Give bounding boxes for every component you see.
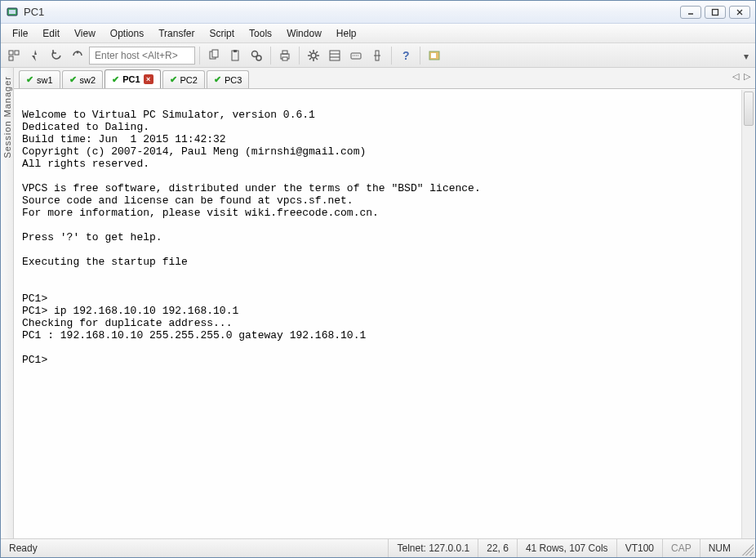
vertical-scrollbar[interactable] [741,90,755,538]
status-ready: Ready [1,539,46,557]
maximize-button[interactable] [705,6,726,19]
window-controls [680,6,750,19]
separator [270,47,271,65]
titlebar: PC1 [1,1,755,24]
toolbar-overflow-icon[interactable]: ▾ [744,51,752,59]
status-caps: CAP [662,539,700,557]
connected-icon: ✔ [214,74,221,85]
svg-line-24 [309,51,311,53]
menu-edit[interactable]: Edit [36,25,66,42]
svg-line-27 [309,58,311,60]
tab-label: sw1 [37,75,53,85]
svg-rect-7 [15,51,19,55]
resize-grip-icon[interactable] [739,541,754,556]
body-row: Session Manager ✔sw1 ✔sw2 ✔PC1× ✔PC2 ✔PC… [1,68,755,539]
tab-next-icon[interactable]: ▷ [744,71,750,82]
statusbar: Ready Telnet: 127.0.0.1 22, 6 41 Rows, 1… [1,539,755,557]
separator [391,47,392,65]
svg-rect-37 [431,53,436,58]
script-icon[interactable] [425,46,444,65]
terminal-wrap: Welcome to Virtual PC Simulator, version… [14,89,755,538]
status-cursor: 22, 6 [478,539,517,557]
minimize-button[interactable] [680,6,701,19]
session-manager-panel-tab[interactable]: Session Manager [1,68,14,538]
tab-label: PC2 [180,75,198,85]
menu-file[interactable]: File [6,25,34,42]
svg-rect-18 [282,57,287,60]
svg-rect-17 [282,51,287,54]
connected-icon: ✔ [69,74,77,85]
connected-icon: ✔ [26,74,33,85]
status-connection: Telnet: 127.0.0.1 [388,539,478,557]
status-size: 41 Rows, 107 Cols [517,539,616,557]
quick-connect-icon[interactable] [25,46,45,65]
main-area: ✔sw1 ✔sw2 ✔PC1× ✔PC2 ✔PC3 ◁ ▷ Welcome to… [14,68,755,538]
connected-icon: ✔ [170,74,177,85]
svg-rect-13 [233,50,237,52]
tab-sw1[interactable]: ✔sw1 [19,70,60,88]
svg-rect-8 [9,56,13,60]
svg-point-19 [311,53,316,58]
disconnect-icon[interactable] [68,46,87,65]
session-manager-label: Session Manager [2,73,12,162]
session-manager-icon[interactable] [4,46,24,65]
terminal[interactable]: Welcome to Virtual PC Simulator, version… [14,90,741,538]
print-icon[interactable] [275,46,295,65]
host-input[interactable] [89,47,195,65]
tab-label: PC1 [122,74,140,84]
menu-options[interactable]: Options [104,25,150,42]
help-icon[interactable]: ? [396,46,416,65]
svg-point-15 [256,56,261,60]
menubar: File Edit View Options Transfer Script T… [1,24,755,43]
tab-label: sw2 [80,75,96,85]
app-window: PC1 File Edit View Options Transfer Scri… [0,0,756,558]
app-icon [6,6,19,19]
tab-prev-icon[interactable]: ◁ [732,71,739,82]
paste-icon[interactable] [225,46,245,65]
separator [299,47,300,65]
reconnect-icon[interactable] [47,46,66,65]
tabs-row: ✔sw1 ✔sw2 ✔PC1× ✔PC2 ✔PC3 ◁ ▷ [14,68,755,89]
find-icon[interactable] [247,46,266,65]
menu-script[interactable]: Script [202,25,241,42]
svg-point-9 [77,51,79,53]
tab-sw2[interactable]: ✔sw2 [62,70,104,88]
tab-pc2[interactable]: ✔PC2 [162,70,205,88]
svg-rect-11 [212,50,218,57]
toolbar: ? ▾ [1,43,755,68]
tab-pc3[interactable]: ✔PC3 [207,70,249,88]
close-tab-icon[interactable]: × [144,74,153,84]
menu-help[interactable]: Help [330,25,363,42]
tab-label: PC3 [225,75,242,85]
svg-text:?: ? [402,49,410,62]
svg-rect-1 [9,10,16,14]
menu-window[interactable]: Window [280,25,328,42]
separator [420,47,420,65]
copy-icon[interactable] [204,46,224,65]
toggle-icon[interactable] [367,46,387,65]
svg-rect-6 [9,51,13,55]
separator [199,47,200,65]
tab-pc1[interactable]: ✔PC1× [105,69,160,88]
connected-icon: ✔ [112,74,119,85]
svg-line-26 [316,51,318,53]
menu-tools[interactable]: Tools [242,25,278,42]
window-title: PC1 [24,6,680,18]
menu-transfer[interactable]: Transfer [152,25,201,42]
status-num: NUM [700,539,739,557]
svg-rect-28 [330,51,340,60]
properties-icon[interactable] [325,46,345,65]
status-emulation: VT100 [616,539,662,557]
svg-rect-3 [713,9,718,15]
svg-line-25 [316,58,318,60]
close-button[interactable] [729,6,750,19]
tabs-nav: ◁ ▷ [732,71,750,82]
settings-icon[interactable] [304,46,323,65]
menu-view[interactable]: View [68,25,102,42]
keymap-icon[interactable] [346,46,366,65]
